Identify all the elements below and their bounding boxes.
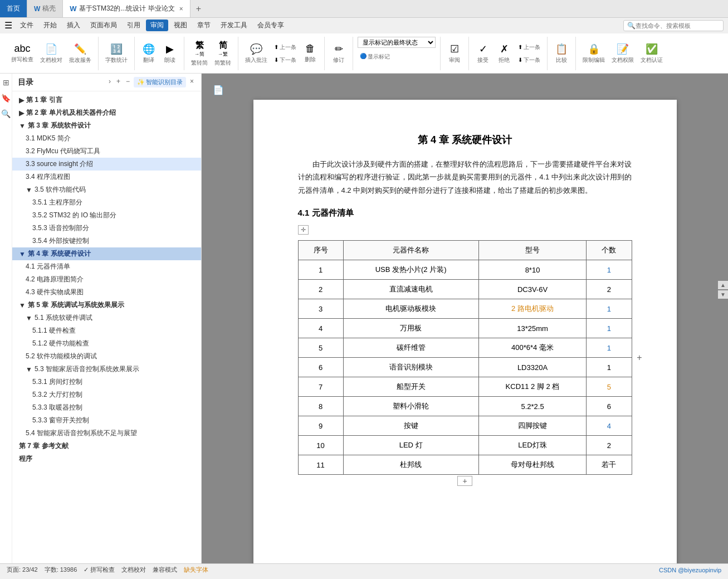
toc-item-533b[interactable]: 5.3.3 窗帘开关控制 [12, 414, 201, 427]
toc-item-ch3[interactable]: ▼ 第 3 章 系统软件设计 [12, 119, 201, 132]
toc-item-354[interactable]: 3.5.4 外部按键控制 [12, 235, 201, 247]
next-change-button[interactable]: ⬇ 下一条 [516, 53, 543, 66]
toc-item-531[interactable]: 5.3.1 房间灯控制 [12, 376, 201, 388]
toc-item-533a[interactable]: 5.3.3 取暖器控制 [12, 401, 201, 414]
toc-item-43[interactable]: 4.3 硬件实物成果图 [12, 286, 201, 299]
toc-item-532[interactable]: 5.3.2 大厅灯控制 [12, 388, 201, 401]
bookmark-icon[interactable]: 🔖 [1, 94, 11, 103]
ai-toc-button[interactable]: ✨ 智能识别目录 [134, 77, 186, 87]
toc-item-35[interactable]: ▼ 3.5 软件功能代码 [12, 183, 201, 196]
toc-item-52[interactable]: 5.2 软件功能模块的调试 [12, 350, 201, 363]
reject-button[interactable]: ✗ 拒绝 [495, 41, 514, 66]
correction-button[interactable]: ✏️ 批改服务 [67, 41, 94, 66]
menu-start[interactable]: 开始 [39, 20, 61, 31]
tab-add-button[interactable]: + [190, 4, 207, 14]
compare-button[interactable]: 📋 比较 [552, 41, 571, 66]
track-label: 修订 [333, 56, 344, 64]
doc-permission-button[interactable]: 📝 文档权限 [609, 41, 636, 66]
toc-item-41[interactable]: 4.1 元器件清单 [12, 260, 201, 273]
prev-change-button[interactable]: ⬆ 上一条 [516, 41, 543, 53]
toc-item-ch4[interactable]: ▼ 第 4 章 系统硬件设计 [12, 247, 201, 260]
search-input[interactable] [636, 22, 719, 29]
restrict-edit-button[interactable]: 🔒 限制编辑 [580, 41, 607, 66]
toc-item-511[interactable]: 5.1.1 硬件检查 [12, 324, 201, 337]
doc-cert-button[interactable]: ✅ 文档认证 [638, 41, 665, 66]
trad-to-simp-button[interactable]: 繁 →简 繁转简 [189, 38, 210, 69]
toc-item-33[interactable]: 3.3 source insight 介绍 [12, 158, 201, 171]
spell-status[interactable]: ✓ 拼写检查 [84, 566, 115, 574]
scroll-up-icon[interactable]: ▲ [718, 281, 728, 289]
tab-doc-close[interactable]: × [179, 5, 183, 13]
tab-doc[interactable]: W 基于STM32的...统设计 毕业论文 × [63, 0, 190, 17]
menu-file[interactable]: 文件 [16, 20, 38, 31]
toc-add-icon[interactable]: + [115, 77, 122, 87]
toc-item-ch7[interactable]: 第 7 章 参考文献 [12, 440, 201, 453]
toc-item-32[interactable]: 3.2 FlyMcu 代码烧写工具 [12, 145, 201, 158]
toc-item-54[interactable]: 5.4 智能家居语音控制系统不足与展望 [12, 427, 201, 440]
toc-item-ch2[interactable]: ▶ 第 2 章 单片机及相关器件介绍 [12, 106, 201, 119]
toc-label-512: 5.1.2 硬件功能检查 [32, 339, 89, 348]
insert-comment-button[interactable]: 💬 插入批注 [243, 41, 270, 66]
menu-layout[interactable]: 页面布局 [86, 20, 121, 31]
toc-item-353[interactable]: 3.5.3 语音控制部分 [12, 222, 201, 235]
font-missing-status[interactable]: 缺失字体 [184, 566, 208, 574]
word-count: 字数: 13986 [45, 566, 77, 574]
display-mode-dropdown[interactable]: 显示标记的最终状态 [358, 37, 436, 48]
show-marks-button[interactable]: 🔵 显示标记 [358, 50, 392, 62]
menu-review[interactable]: 审阅 [146, 20, 168, 31]
toc-expand-icon[interactable]: › [107, 77, 113, 87]
table-row: 6语音识别模块LD3320A1 [298, 358, 632, 377]
read-button[interactable]: ▶ 朗读 [160, 41, 179, 66]
doc-compare-button[interactable]: 📄 文档校对 [38, 41, 65, 66]
intro-paragraph[interactable]: 由于此次设计涉及到硬件方面的搭建，在整理好软件的流程思路后，下一步需要搭建硬件平… [298, 158, 632, 197]
toc-label-31: 3.1 MDK5 简介 [26, 134, 71, 143]
menu-view[interactable]: 视图 [169, 20, 192, 31]
track-changes-button[interactable]: ✏ 修订 [329, 41, 348, 66]
cell-name: 碳纤维管 [343, 338, 478, 358]
menu-insert[interactable]: 插入 [62, 20, 85, 31]
simp-to-trad-button[interactable]: 简 →繁 简繁转 [212, 38, 233, 69]
menu-vip[interactable]: 会员专享 [253, 20, 289, 31]
delete-comment-button[interactable]: 🗑 删除 [301, 41, 320, 65]
toc-item-351[interactable]: 3.5.1 主程序部分 [12, 196, 201, 209]
tab-home[interactable]: 首页 [0, 0, 27, 17]
table-move-icon[interactable]: ✛ [298, 225, 309, 235]
toc-item-34[interactable]: 3.4 程序流程图 [12, 171, 201, 183]
menu-icon[interactable]: ☰ [4, 20, 12, 31]
next-comment-button[interactable]: ⬇ 下一条 [272, 53, 299, 66]
wordcount-button[interactable]: 🔢 字数统计 [103, 41, 130, 66]
sidebar-close-icon[interactable]: × [188, 77, 196, 87]
doc-compare-status[interactable]: 文档校对 [121, 566, 146, 574]
toc-item-ch1[interactable]: ▶ 第 1 章 引言 [12, 94, 201, 106]
table-add-row-icon[interactable]: + [637, 353, 642, 363]
search-icon: 🔍 [627, 22, 636, 30]
cell-model: DC3V-6V [478, 280, 587, 299]
toc-item-51[interactable]: ▼ 5.1 系统软硬件调试 [12, 312, 201, 324]
accept-button[interactable]: ✓ 接受 [473, 41, 492, 66]
toc-item-53[interactable]: ▼ 5.3 智能家居语音控制系统效果展示 [12, 363, 201, 376]
toc-item-352[interactable]: 3.5.2 STM32 的 IO 输出部分 [12, 209, 201, 222]
table-add-col-icon[interactable]: + [457, 476, 472, 486]
search-side-icon[interactable]: 🔍 [1, 109, 11, 118]
menu-chapter[interactable]: 章节 [193, 20, 215, 31]
cell-id: 1 [298, 260, 343, 280]
toc-item-prog[interactable]: 程序 [12, 453, 201, 465]
translate-button[interactable]: 🌐 翻译 [139, 41, 158, 66]
scroll-arrows: ▲ ▼ [718, 281, 728, 299]
prev-comment-button[interactable]: ⬆ 上一条 [272, 41, 299, 53]
cell-count: 5 [587, 377, 632, 397]
scroll-down-icon[interactable]: ▼ [718, 290, 728, 299]
menu-ref[interactable]: 引用 [123, 20, 145, 31]
home-side-icon[interactable]: ⊞ [3, 78, 9, 87]
toc-item-31[interactable]: 3.1 MDK5 简介 [12, 132, 201, 145]
table-row: 5碳纤维管400*6*4 毫米1 [298, 338, 632, 358]
spell-check-button[interactable]: abc 拼写检查 [9, 41, 36, 65]
trad-arrow: →简 [194, 51, 204, 58]
toc-item-42[interactable]: 4.2 电路原理图简介 [12, 273, 201, 286]
toc-remove-icon[interactable]: − [124, 77, 131, 87]
toc-item-512[interactable]: 5.1.2 硬件功能检查 [12, 337, 201, 350]
toc-item-ch5[interactable]: ▼ 第 5 章 系统调试与系统效果展示 [12, 299, 201, 312]
tab-gaoke[interactable]: W 稿壳 [27, 0, 63, 17]
menu-dev[interactable]: 开发工具 [216, 20, 252, 31]
review-button[interactable]: ☑ 审阅 [445, 41, 464, 66]
